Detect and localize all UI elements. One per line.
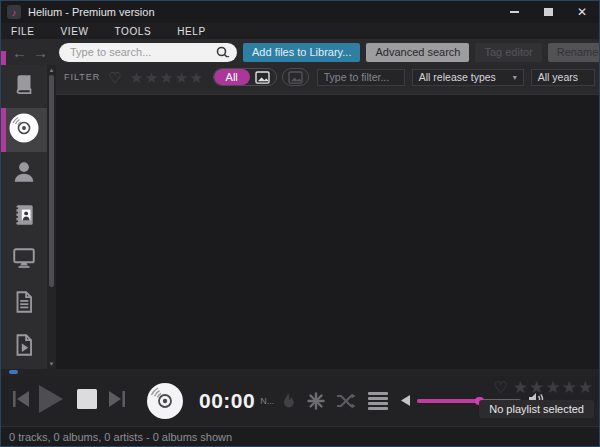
search-input[interactable] [59, 46, 216, 58]
years-value: All years [538, 71, 578, 83]
picture-dim-icon [288, 71, 303, 84]
album-list-empty-area[interactable] [56, 95, 599, 369]
tag-editor-button: Tag editor [475, 43, 541, 62]
favorite-track-heart-icon[interactable]: ♡ [493, 380, 507, 396]
scroll-down-icon[interactable]: ▼ [47, 360, 56, 368]
add-files-button[interactable]: Add files to Library... [243, 43, 360, 62]
horizontal-scrollbar[interactable] [1, 369, 599, 376]
forward-arrow-button[interactable]: → [30, 45, 51, 60]
monitor-icon [11, 245, 37, 275]
search-icon[interactable] [216, 46, 230, 59]
sidebar-scrollbar-thumb[interactable] [49, 75, 54, 287]
content-area: FILTER ♡ ★★★★★ All All release types ▾ A… [56, 65, 599, 369]
advanced-search-button[interactable]: Advanced search [366, 43, 469, 62]
sidebar-item-devices[interactable] [1, 239, 47, 282]
previous-track-button[interactable] [11, 388, 31, 414]
window-title: Helium - Premium version [28, 6, 155, 18]
shuffle-icon[interactable] [336, 393, 356, 409]
filter-label: FILTER [64, 72, 100, 82]
sidebar-item-contacts[interactable] [1, 195, 47, 238]
without-artwork-filter-group [282, 68, 309, 86]
accent-notch [1, 51, 6, 65]
track-info-truncated: N... [260, 396, 274, 406]
playlist-file-icon [11, 332, 37, 362]
menu-help[interactable]: HELP [177, 26, 206, 37]
rating-filter-stars[interactable]: ★★★★★ [130, 70, 205, 85]
years-dropdown[interactable]: All years [531, 69, 595, 86]
menu-tools[interactable]: TOOLS [115, 26, 152, 37]
toolbar: ← → Add files to Library... Advanced sea… [1, 39, 599, 65]
person-icon [11, 159, 37, 189]
elapsed-time: 00:00 [199, 389, 255, 413]
playlist-status-badge: No playlist selected [479, 400, 594, 418]
title-bar: ♪ Helium - Premium version ✕ [1, 1, 599, 23]
app-logo-icon: ♪ [7, 5, 21, 19]
disc-icon [7, 111, 41, 149]
sidebar-item-artists[interactable] [1, 152, 47, 195]
stop-button[interactable] [75, 387, 99, 415]
with-artwork-filter-button[interactable] [250, 69, 276, 85]
queue-list-icon[interactable] [368, 392, 388, 410]
maximize-icon [544, 8, 553, 16]
without-artwork-filter-button[interactable] [283, 69, 308, 85]
next-track-button[interactable] [107, 388, 127, 414]
track-rating-stars[interactable]: ★★★★★ [513, 379, 594, 396]
view-filter-group: All [213, 68, 277, 86]
contact-card-icon [11, 202, 37, 232]
scroll-up-icon[interactable]: ▲ [47, 66, 56, 74]
minimize-button[interactable] [497, 1, 531, 23]
status-bar: 0 tracks, 0 albums, 0 artists - 0 albums… [1, 426, 599, 446]
close-icon: ✕ [577, 6, 587, 18]
maximize-button[interactable] [531, 1, 565, 23]
close-button[interactable]: ✕ [565, 1, 599, 23]
picture-icon [255, 71, 270, 84]
minimize-icon [510, 11, 519, 13]
sidebar-item-playlists[interactable] [1, 326, 47, 369]
menu-file[interactable]: FILE [11, 26, 35, 37]
filter-text-input[interactable] [317, 69, 405, 86]
filter-all-button[interactable]: All [214, 69, 250, 85]
back-arrow-button[interactable]: ← [9, 45, 30, 60]
book-icon [11, 72, 37, 102]
play-button[interactable] [34, 382, 66, 420]
menu-bar: FILE VIEW TOOLS HELP [1, 23, 599, 39]
chevron-down-icon: ▾ [513, 73, 517, 82]
release-types-dropdown[interactable]: All release types ▾ [412, 69, 524, 86]
sidebar-item-albums[interactable] [1, 108, 47, 151]
horizontal-scrollbar-thumb[interactable] [9, 370, 18, 374]
sidebar-scrollbar[interactable]: ▲ ▼ [47, 65, 56, 369]
now-playing-disc-icon [145, 381, 185, 421]
freeze-snowflake-icon[interactable] [307, 392, 325, 410]
hot-tracks-flame-icon[interactable] [278, 390, 296, 412]
volume-fill [417, 399, 481, 403]
sidebar-item-documents[interactable] [1, 282, 47, 325]
rename-files-button: Rename files [548, 43, 600, 62]
favorite-filter-heart-icon[interactable]: ♡ [108, 70, 121, 85]
app-window: ♪ Helium - Premium version ✕ FILE VIEW T… [0, 0, 600, 447]
player-bar: 00:00 N... ♡ ★★★★★ N [1, 376, 599, 426]
filter-bar: FILTER ♡ ★★★★★ All All release types ▾ A… [56, 65, 599, 89]
document-icon [11, 289, 37, 319]
release-types-value: All release types [419, 71, 496, 83]
sidebar [1, 65, 47, 369]
sidebar-item-library[interactable] [1, 65, 47, 108]
library-counts-text: 0 tracks, 0 albums, 0 artists - 0 albums… [9, 431, 232, 443]
menu-view[interactable]: VIEW [61, 26, 89, 37]
search-box[interactable] [59, 43, 237, 62]
volume-down-icon[interactable] [401, 392, 410, 410]
